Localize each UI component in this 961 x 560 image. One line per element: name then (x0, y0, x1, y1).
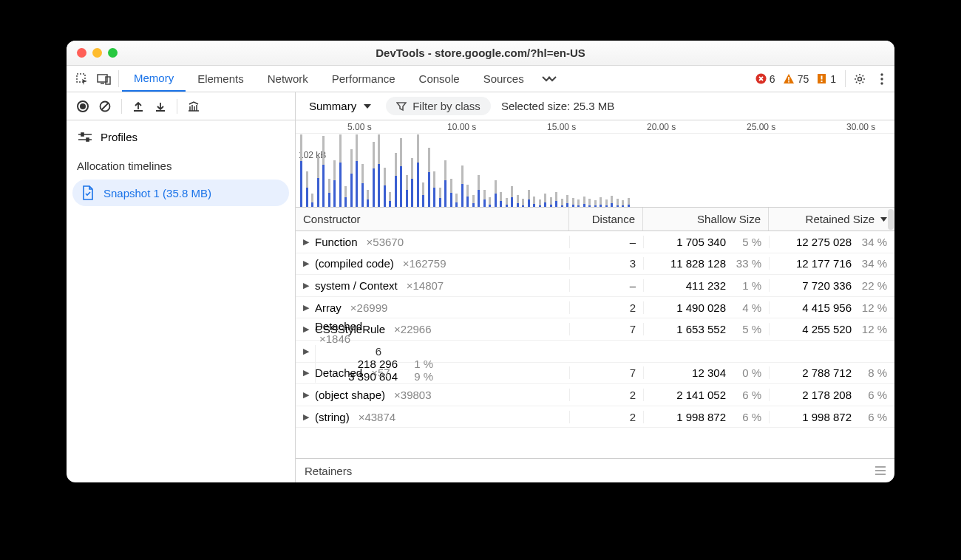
tab-elements[interactable]: Elements (186, 66, 256, 92)
timeline-bars (297, 134, 894, 207)
expand-icon[interactable]: ▶ (303, 368, 309, 378)
tab-console[interactable]: Console (407, 66, 472, 92)
expand-icon[interactable]: ▶ (303, 390, 309, 400)
settings-icon[interactable] (849, 66, 871, 92)
header-retained[interactable]: Retained Size (769, 208, 894, 231)
heap-table: Constructor Distance Shallow Size Retain… (296, 208, 894, 459)
close-window-button[interactable] (77, 48, 86, 58)
table-body: ▶Function×53670–1 705 3405 %12 275 02834… (296, 231, 894, 458)
instance-count: ×162759 (403, 257, 446, 270)
record-button[interactable] (72, 96, 93, 117)
expand-icon[interactable]: ▶ (303, 281, 309, 290)
retainers-label: Retainers (305, 465, 352, 477)
svg-rect-9 (821, 81, 823, 82)
content-area: 5.00 s10.00 s15.00 s20.00 s25.00 s30.00 … (296, 120, 894, 482)
svg-rect-5 (788, 77, 789, 81)
status-badges[interactable]: 6 75 1 (745, 66, 842, 92)
svg-point-13 (880, 82, 883, 84)
allocation-timeline[interactable]: 5.00 s10.00 s15.00 s20.00 s25.00 s30.00 … (296, 120, 894, 208)
upload-icon[interactable] (128, 96, 149, 117)
retained-pct: 22 % (858, 279, 887, 292)
retainers-panel[interactable]: Retainers (296, 459, 894, 482)
shallow-pct: 33 % (732, 257, 761, 270)
table-row[interactable]: ▶(object shape)×3980322 141 0526 %2 178 … (296, 384, 894, 406)
constructor-name: Function (315, 236, 358, 248)
download-icon[interactable] (150, 96, 171, 117)
table-row[interactable]: ▶(string)×4387421 998 8726 %1 998 8726 % (296, 406, 894, 428)
fullscreen-window-button[interactable] (108, 48, 118, 58)
main-toolbar: MemoryElementsNetworkPerformanceConsoleS… (67, 66, 894, 92)
table-row[interactable]: ▶system / Context×14807–411 2321 %7 720 … (296, 275, 894, 297)
table-row[interactable]: ▶Array×2699921 490 0284 %4 415 95612 % (296, 297, 894, 319)
device-toolbar-icon[interactable] (93, 66, 115, 92)
tab-sources[interactable]: Sources (472, 66, 536, 92)
retained-size: 12 177 716 (796, 257, 852, 270)
main-area: Profiles Allocation timelines Snapshot 1… (67, 120, 894, 482)
expand-icon[interactable]: ▶ (303, 259, 309, 268)
svg-rect-21 (86, 138, 89, 141)
shallow-size: 2 141 052 (676, 389, 726, 401)
svg-point-12 (880, 78, 883, 80)
devtools-window: DevTools - store.google.com/?hl=en-US Me… (67, 41, 894, 482)
expand-icon[interactable]: ▶ (303, 412, 309, 422)
kebab-menu-icon[interactable] (871, 66, 893, 92)
retained-size: 2 788 712 (802, 366, 852, 379)
table-row[interactable]: ▶Function×53670–1 705 3405 %12 275 02834… (296, 231, 894, 253)
window-title: DevTools - store.google.com/?hl=en-US (75, 47, 886, 59)
instance-count: ×39803 (394, 389, 431, 401)
svg-rect-3 (106, 77, 110, 84)
table-row[interactable]: ▶Detached ×18466218 2961 %3 390 8049 % (296, 341, 894, 363)
instance-count: ×57 (371, 366, 390, 379)
view-dropdown[interactable]: Summary (305, 100, 376, 112)
table-header: Constructor Distance Shallow Size Retain… (296, 208, 894, 231)
minimize-window-button[interactable] (92, 48, 102, 58)
expand-icon[interactable]: ▶ (303, 346, 309, 356)
expand-icon[interactable]: ▶ (303, 303, 309, 313)
instance-count: ×26999 (350, 301, 387, 314)
timeline-tick: 30.00 s (846, 122, 875, 132)
selected-size-label: Selected size: 25.3 MB (501, 100, 614, 112)
collect-garbage-icon[interactable] (183, 96, 204, 117)
distance-value: 6 (376, 345, 381, 358)
instance-count: ×14807 (407, 279, 444, 292)
timeline-tick: 20.00 s (647, 122, 676, 132)
class-filter[interactable]: Filter by class (386, 97, 491, 115)
tab-memory[interactable]: Memory (122, 66, 186, 92)
svg-point-10 (858, 77, 862, 81)
clear-button[interactable] (95, 96, 115, 117)
snapshot-label: Snapshot 1 (35.8 MB) (103, 187, 211, 199)
svg-point-15 (80, 103, 86, 109)
retained-size: 12 275 028 (796, 236, 852, 248)
header-distance[interactable]: Distance (569, 208, 643, 231)
scrollbar-thumb[interactable] (888, 209, 894, 230)
distance-value: 2 (630, 411, 636, 423)
filter-placeholder: Filter by class (412, 100, 480, 112)
svg-rect-8 (821, 76, 823, 80)
shallow-pct: 6 % (732, 389, 761, 401)
inspect-element-icon[interactable] (71, 66, 93, 92)
view-label: Summary (309, 100, 356, 112)
expand-icon[interactable]: ▶ (303, 237, 309, 247)
distance-value: 2 (630, 389, 636, 401)
shallow-pct: 5 % (732, 236, 761, 248)
timeline-tick: 10.00 s (447, 122, 476, 132)
tab-performance[interactable]: Performance (320, 66, 407, 92)
header-constructor[interactable]: Constructor (296, 208, 569, 231)
shallow-size: 1 705 340 (676, 236, 726, 248)
constructor-name: Array (315, 301, 342, 314)
tabs-container: MemoryElementsNetworkPerformanceConsoleS… (122, 66, 536, 92)
tab-network[interactable]: Network (256, 66, 320, 92)
filter-icon (396, 101, 407, 112)
header-shallow[interactable]: Shallow Size (643, 208, 769, 231)
constructor-name: (string) (315, 411, 350, 423)
allocation-timelines-label: Allocation timelines (72, 154, 289, 180)
profiles-header[interactable]: Profiles (72, 128, 289, 154)
more-tabs-button[interactable] (536, 66, 563, 92)
retained-size: 7 720 336 (802, 279, 852, 292)
retained-pct: 6 % (858, 411, 887, 423)
snapshot-item[interactable]: Snapshot 1 (35.8 MB) (72, 180, 289, 206)
table-row[interactable]: ▶(compiled code)×162759311 828 12833 %12… (296, 253, 894, 276)
constructor-name: Detached (315, 366, 362, 379)
retainers-menu-icon[interactable] (875, 466, 886, 475)
error-count: 6 (770, 73, 775, 85)
